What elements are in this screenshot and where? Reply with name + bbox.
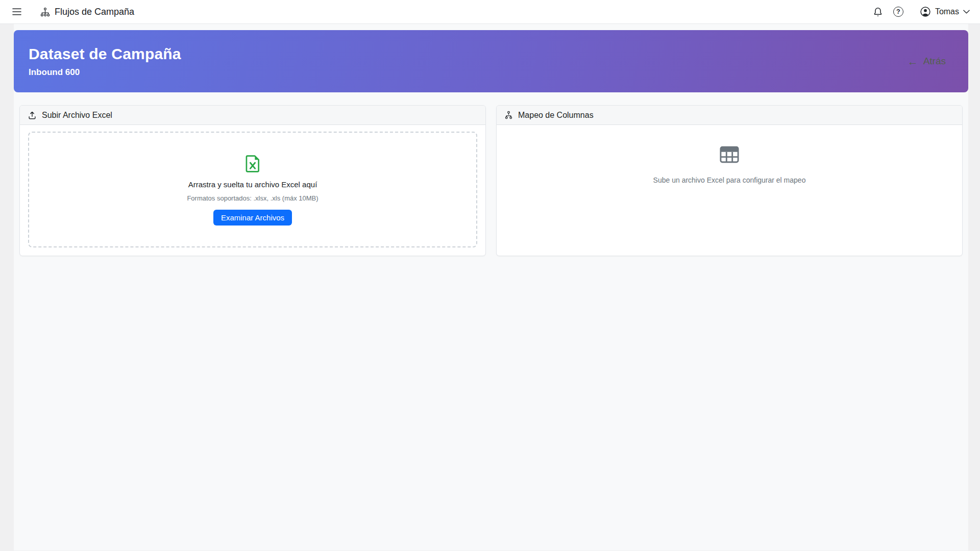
upload-panel-header: Subir Archivo Excel [20,106,485,125]
navbar-actions: ? Tomas [871,5,970,19]
upload-panel: Subir Archivo Excel Arrastra y suelta tu… [19,105,486,256]
mapping-panel-body: Sube un archivo Excel para configurar el… [497,125,962,256]
menu-button[interactable] [10,6,23,17]
user-menu[interactable]: Tomas [920,6,970,17]
top-navbar: Flujos de Campaña ? [0,0,980,24]
page-title: Dataset de Campaña [29,45,945,63]
page-subtitle: Inbound 600 [29,67,945,78]
help-button[interactable]: ? [891,5,905,19]
mapping-panel-title: Mapeo de Columnas [518,111,594,120]
mapping-panel: Mapeo de Columnas Sube un archivo Excel … [496,105,963,256]
mapping-panel-header: Mapeo de Columnas [497,106,962,125]
user-name: Tomas [935,7,959,16]
campaign-banner: Dataset de Campaña Inbound 600 ← Atrás [14,30,968,92]
app-brand[interactable]: Flujos de Campaña [40,7,134,17]
chevron-down-icon [963,10,970,14]
app-title: Flujos de Campaña [55,7,134,17]
mapping-empty-text: Sube un archivo Excel para configurar el… [505,176,954,184]
help-icon: ? [893,7,903,17]
person-circle-icon [920,6,931,17]
back-link[interactable]: ← Atrás [908,56,946,67]
dropzone-title: Arrastra y suelta tu archivo Excel aquí [188,180,317,189]
notifications-button[interactable] [871,5,885,19]
page-content: Dataset de Campaña Inbound 600 ← Atrás S… [14,24,968,550]
dropzone-hint: Formatos soportados: .xlsx, .xls (máx 10… [187,194,318,202]
bell-icon [873,7,883,17]
sitemap-icon [40,7,50,17]
hierarchy-icon [504,111,513,119]
excel-dropzone[interactable]: Arrastra y suelta tu archivo Excel aquí … [28,132,477,247]
excel-file-icon [242,154,263,174]
hamburger-icon [12,8,21,15]
upload-panel-title: Subir Archivo Excel [42,111,112,120]
panels-row: Subir Archivo Excel Arrastra y suelta tu… [19,105,963,256]
browse-files-button[interactable]: Examinar Archivos [213,210,292,226]
arrow-left-icon: ← [908,56,918,67]
help-glyph: ? [896,9,900,15]
table-icon [720,146,739,163]
upload-panel-body: Arrastra y suelta tu archivo Excel aquí … [20,125,485,256]
upload-icon [28,111,37,120]
back-label: Atrás [923,56,946,67]
